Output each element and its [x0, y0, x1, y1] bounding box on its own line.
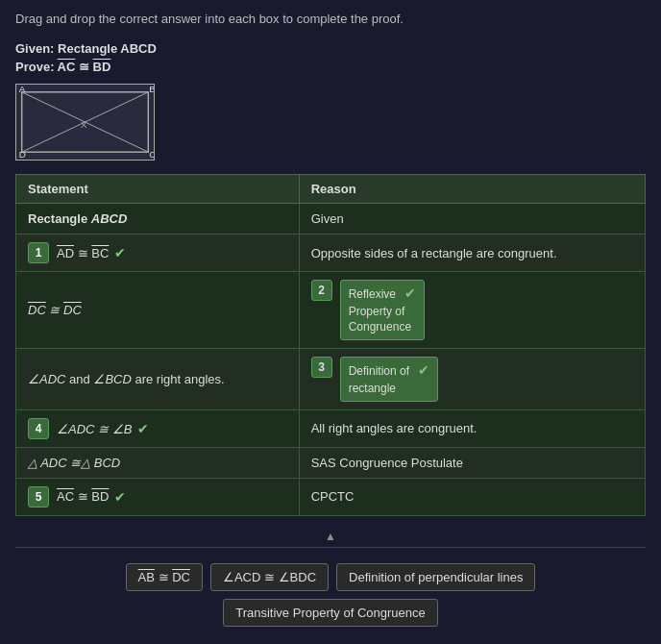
- table-row: Rectangle ABCD Given: [16, 204, 646, 235]
- table-row: DC ≅ DC 2 Reflexive ✔Property ofCongruen…: [16, 272, 646, 349]
- svg-text:C: C: [149, 149, 154, 160]
- diagram-container: A B D C X: [15, 84, 646, 161]
- statement-cell: △ ADC ≅△ BCD: [16, 447, 300, 478]
- table-row: 4 ∠ADC ≅ ∠B✔ All right angles are congru…: [16, 409, 646, 447]
- step-badge-2: 2: [311, 280, 332, 301]
- statement-math: ∠ADC ≅ ∠B✔: [57, 421, 149, 436]
- given-label: Given: Rectangle ABCD: [15, 41, 646, 56]
- check-icon: ✔: [114, 245, 126, 260]
- reason-cell: Given: [299, 204, 645, 235]
- reason-header: Reason: [299, 175, 645, 204]
- svg-text:B: B: [149, 85, 154, 94]
- reason-cell: 3 Definition of ✔rectangle: [299, 349, 645, 409]
- statement-header: Statement: [16, 175, 300, 204]
- table-row: 1 AD ≅ BC ✔ Opposite sides of a rectangl…: [16, 235, 646, 272]
- statement-cell: DC ≅ DC: [16, 272, 300, 349]
- scroll-arrow-icon: ▲: [325, 530, 336, 543]
- drag-option-angle-acd-bdc[interactable]: ∠ACD ≅ ∠BDC: [210, 563, 329, 591]
- diagram-svg: A B D C X: [16, 85, 154, 160]
- statement-cell: 5 AC ≅ BD ✔: [16, 478, 300, 515]
- given-section: Given: Rectangle ABCD Prove: AC ≅ BD: [15, 41, 646, 74]
- drag-option-ab-dc[interactable]: AB ≅ DC: [126, 563, 203, 591]
- geometry-diagram: A B D C X: [15, 84, 155, 161]
- reason-cell: All right angles are congruent.: [299, 409, 645, 447]
- step-badge-1: 1: [28, 242, 49, 263]
- drag-option-transitive[interactable]: Transitive Property of Congruence: [223, 599, 438, 627]
- svg-text:X: X: [81, 119, 87, 130]
- statement-cell: 1 AD ≅ BC ✔: [16, 235, 300, 272]
- check-icon: ✔: [114, 489, 126, 505]
- separator: [15, 547, 646, 548]
- step-badge-4: 4: [28, 418, 49, 439]
- proof-table: Statement Reason Rectangle ABCD Given 1 …: [15, 174, 646, 516]
- statement-cell: ∠ADC and ∠BCD are right angles.: [16, 349, 300, 409]
- reason-box-reflexive: Reflexive ✔Property ofCongruence: [340, 280, 426, 340]
- table-row: 5 AC ≅ BD ✔ CPCTC: [16, 478, 646, 515]
- reason-cell: Opposite sides of a rectangle are congru…: [299, 235, 645, 272]
- statement-math: AD ≅ BC: [57, 246, 109, 260]
- reason-cell: SAS Congruence Postulate: [299, 447, 645, 478]
- table-row: ∠ADC and ∠BCD are right angles. 3 Defini…: [16, 349, 646, 409]
- reason-cell: CPCTC: [299, 478, 645, 515]
- step-badge-3: 3: [311, 357, 332, 378]
- scroll-indicator: ▲: [15, 530, 646, 543]
- drag-options-container: AB ≅ DC ∠ACD ≅ ∠BDC Definition of perpen…: [15, 556, 646, 634]
- svg-text:D: D: [19, 149, 26, 160]
- svg-text:A: A: [19, 85, 26, 94]
- statement-math: AC ≅ BD: [57, 489, 109, 504]
- reason-cell: 2 Reflexive ✔Property ofCongruence: [299, 272, 645, 349]
- statement-cell: Rectangle ABCD: [16, 204, 300, 235]
- prove-label: Prove: AC ≅ BD: [15, 60, 646, 74]
- drag-option-def-perpendicular[interactable]: Definition of perpendicular lines: [336, 563, 535, 591]
- step-badge-5: 5: [28, 486, 49, 508]
- table-row: △ ADC ≅△ BCD SAS Congruence Postulate: [16, 447, 646, 478]
- instruction-text: Drag and drop the correct answer into ea…: [15, 12, 646, 26]
- reason-box-def-rect: Definition of ✔rectangle: [340, 357, 439, 401]
- statement-cell: 4 ∠ADC ≅ ∠B✔: [16, 409, 300, 447]
